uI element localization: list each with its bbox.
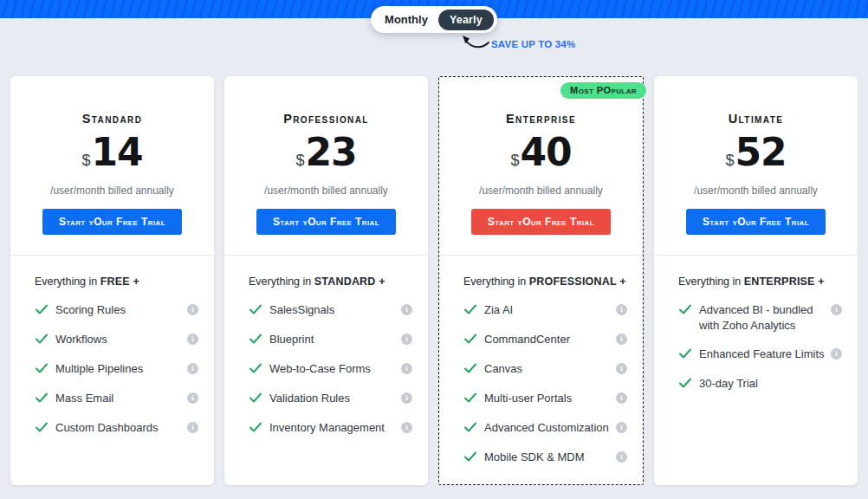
feature-row: CommandCenteri xyxy=(453,332,627,348)
curved-arrow-icon xyxy=(459,32,490,51)
info-icon[interactable]: i xyxy=(187,334,198,345)
info-icon[interactable]: i xyxy=(401,304,412,315)
pricing-card-standard: Standard$14/user/month billed annuallySt… xyxy=(10,76,214,485)
pricing-card-professional: Professional$23/user/month billed annual… xyxy=(224,76,428,485)
feature-row: Validation Rulesi xyxy=(238,391,412,407)
check-icon xyxy=(463,421,477,437)
feature-label: Workflows xyxy=(55,332,187,347)
billing-cycle-toggle[interactable]: Monthly Yearly xyxy=(371,6,497,33)
feature-row: 30-day Trial xyxy=(668,376,842,392)
plan-features: Everything in STANDARD +SalesSignalsiBlu… xyxy=(224,256,428,450)
info-icon[interactable]: i xyxy=(831,304,842,315)
plan-features: Everything in ENTERPRISE +Advanced BI - … xyxy=(654,256,858,405)
info-icon[interactable]: i xyxy=(187,363,198,374)
info-icon[interactable]: i xyxy=(616,422,627,433)
billing-cycle-label: /user/month billed annually xyxy=(471,185,611,197)
feature-label: Canvas xyxy=(484,361,616,377)
currency-symbol: $ xyxy=(510,152,519,169)
toggle-option-monthly[interactable]: Monthly xyxy=(376,13,438,26)
feature-row: SalesSignalsi xyxy=(238,302,412,319)
check-icon xyxy=(35,303,49,319)
check-icon xyxy=(463,333,477,348)
inherits-label: Everything in STANDARD + xyxy=(238,275,412,288)
info-icon[interactable]: i xyxy=(401,392,412,404)
plan-features: Everything in PROFESSIONAL +Zia AIiComma… xyxy=(439,256,643,479)
feature-label: CommandCenter xyxy=(484,332,616,347)
info-icon[interactable]: i xyxy=(616,304,627,315)
feature-row: Inventory Managementi xyxy=(238,420,412,437)
toggle-option-yearly[interactable]: Yearly xyxy=(438,10,494,30)
feature-row: Advanced Customizationi xyxy=(453,420,627,437)
info-icon[interactable]: i xyxy=(401,363,412,374)
plan-title: Standard xyxy=(42,112,182,126)
check-icon xyxy=(678,303,692,319)
check-icon xyxy=(463,362,477,378)
start-free-trial-button[interactable]: Start yOur Free Trial xyxy=(471,209,611,235)
feature-label: Zia AI xyxy=(484,302,616,318)
inherits-prefix: Everything in xyxy=(35,275,97,288)
feature-label: Mobile SDK & MDM xyxy=(484,450,616,465)
check-icon xyxy=(463,450,477,466)
inherits-plan-name: ENTERPRISE + xyxy=(744,275,825,288)
plan-title: Ultimate xyxy=(686,112,826,126)
billing-cycle-label: /user/month billed annually xyxy=(686,185,826,197)
check-icon xyxy=(35,333,49,348)
info-icon[interactable]: i xyxy=(401,422,412,433)
inherits-plan-name: STANDARD + xyxy=(314,275,385,288)
pricing-cards: Standard$14/user/month billed annuallySt… xyxy=(10,76,858,485)
feature-label: Multi-user Portals xyxy=(484,391,616,406)
price-amount: 52 xyxy=(735,130,786,174)
feature-row: Enhanced Feature Limitsi xyxy=(668,347,842,363)
inherits-label: Everything in PROFESSIONAL + xyxy=(453,275,627,288)
check-icon xyxy=(249,392,262,407)
start-free-trial-button[interactable]: Start yOur Free Trial xyxy=(686,209,826,235)
feature-row: Canvasi xyxy=(453,361,627,378)
feature-label: Advanced BI - bundled with Zoho Analytic… xyxy=(699,302,831,334)
plan-title: Professional xyxy=(256,112,396,126)
plan-price: $52 xyxy=(686,130,826,184)
feature-row: Blueprinti xyxy=(238,332,412,348)
currency-symbol: $ xyxy=(81,152,90,169)
info-icon[interactable]: i xyxy=(616,363,627,374)
info-icon[interactable]: i xyxy=(616,392,627,404)
feature-row: Mobile SDK & MDMi xyxy=(453,450,627,466)
info-icon[interactable]: i xyxy=(401,334,412,345)
feature-label: Custom Dashboards xyxy=(55,420,187,436)
feature-label: Web-to-Case Forms xyxy=(269,361,401,377)
feature-row: Scoring Rulesi xyxy=(24,302,198,319)
plan-price: $40 xyxy=(471,130,611,184)
feature-row: Web-to-Case Formsi xyxy=(238,361,412,378)
feature-label: SalesSignals xyxy=(269,302,401,318)
start-free-trial-button[interactable]: Start yOur Free Trial xyxy=(42,209,182,235)
inherits-label: Everything in ENTERPRISE + xyxy=(668,275,842,288)
info-icon[interactable]: i xyxy=(831,348,842,360)
inherits-prefix: Everything in xyxy=(463,275,526,288)
check-icon xyxy=(35,362,49,378)
feature-row: Multiple Pipelinesi xyxy=(24,361,198,378)
info-icon[interactable]: i xyxy=(187,422,198,433)
currency-symbol: $ xyxy=(725,152,734,169)
feature-row: Custom Dashboardsi xyxy=(24,420,198,437)
check-icon xyxy=(35,392,49,407)
feature-row: Multi-user Portalsi xyxy=(453,391,627,407)
billing-cycle-label: /user/month billed annually xyxy=(256,185,396,197)
check-icon xyxy=(249,362,262,378)
info-icon[interactable]: i xyxy=(616,334,627,345)
check-icon xyxy=(463,392,477,407)
plan-features: Everything in FREE +Scoring RulesiWorkfl… xyxy=(10,256,214,450)
plan-header: Standard$14/user/month billed annuallySt… xyxy=(10,76,214,256)
check-icon xyxy=(249,421,262,437)
info-icon[interactable]: i xyxy=(616,451,627,463)
billing-cycle-label: /user/month billed annually xyxy=(42,185,182,197)
feature-label: Scoring Rules xyxy=(55,302,187,318)
pricing-card-ultimate: Ultimate$52/user/month billed annuallySt… xyxy=(654,76,858,485)
inherits-prefix: Everything in xyxy=(678,275,741,288)
info-icon[interactable]: i xyxy=(187,304,198,315)
info-icon[interactable]: i xyxy=(187,392,198,404)
feature-label: Validation Rules xyxy=(269,391,401,406)
feature-row: Workflowsi xyxy=(24,332,198,348)
feature-label: Enhanced Feature Limits xyxy=(699,347,831,362)
start-free-trial-button[interactable]: Start yOur Free Trial xyxy=(256,209,396,235)
plan-title: Enterprise xyxy=(471,112,611,126)
plan-header: Professional$23/user/month billed annual… xyxy=(224,76,428,256)
